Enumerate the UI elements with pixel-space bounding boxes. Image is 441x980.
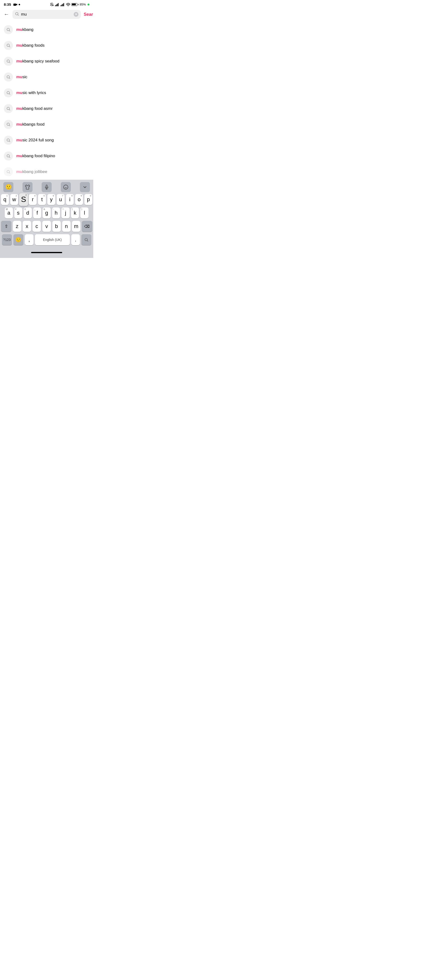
space-key[interactable]: English (UK) — [35, 234, 70, 245]
camera-icon — [13, 3, 17, 6]
key-d[interactable]: £ d — [24, 207, 32, 218]
svg-rect-0 — [13, 3, 16, 6]
key-number: 1 — [6, 194, 8, 197]
list-item[interactable]: music 2024 full song — [0, 132, 93, 148]
period-key[interactable]: . — [71, 234, 80, 245]
suggestion-text: mukbang jollibee — [16, 169, 47, 174]
key-number: 8 — [71, 194, 73, 197]
suggestion-text: music 2024 full song — [16, 138, 54, 143]
emoji-keyboard-button[interactable]: 🙂 — [3, 182, 13, 192]
key-z[interactable]: z — [13, 221, 21, 232]
back-button[interactable]: ← — [3, 10, 10, 18]
key-p[interactable]: 0 p — [84, 194, 92, 205]
list-item[interactable]: music — [0, 69, 93, 85]
suggestion-icon — [4, 167, 13, 177]
svg-marker-1 — [16, 3, 17, 5]
keyboard-keys: 1 q 2 w 3 S 4 r 5 t 6 y — [0, 194, 93, 248]
svg-line-13 — [18, 14, 18, 15]
list-item[interactable]: mukbang — [0, 22, 93, 38]
time-display: 8:35 — [4, 2, 11, 6]
list-item[interactable]: mukbang food filipino — [0, 148, 93, 164]
search-input[interactable] — [21, 12, 72, 17]
svg-line-19 — [9, 62, 10, 63]
clear-button[interactable]: ✕ — [74, 12, 78, 17]
key-number: 5 — [43, 194, 45, 197]
svg-line-15 — [9, 30, 10, 31]
key-sym: £ — [25, 208, 26, 210]
search-key[interactable] — [81, 234, 91, 245]
numbers-key[interactable]: ?123 — [2, 234, 12, 245]
key-e[interactable]: 3 S — [19, 193, 28, 206]
key-sym: _ — [34, 208, 35, 210]
home-indicator — [31, 252, 62, 253]
emoji-key[interactable]: 🙂 — [13, 234, 24, 245]
signal-icon — [55, 3, 59, 6]
key-o[interactable]: 9 o — [75, 194, 83, 205]
mute-icon — [50, 3, 54, 6]
key-h[interactable]: - h — [52, 207, 60, 218]
key-number: 4 — [34, 194, 35, 197]
svg-rect-6 — [58, 3, 59, 6]
key-u[interactable]: 7 u — [57, 194, 65, 205]
key-s[interactable]: # s — [14, 207, 22, 218]
search-icon — [15, 12, 19, 17]
smiley-button[interactable] — [61, 182, 71, 192]
keyboard-top-row: 🙂 — [0, 180, 93, 194]
key-w[interactable]: 2 w — [10, 194, 18, 205]
mic-button[interactable] — [41, 182, 52, 192]
suggestion-text: music — [16, 75, 27, 80]
svg-rect-10 — [63, 3, 64, 6]
suggestion-icon — [4, 88, 13, 97]
key-l[interactable]: ) l — [80, 207, 89, 218]
list-item[interactable]: mukbang jollibee — [0, 164, 93, 180]
backspace-key[interactable]: ⌫ — [82, 221, 92, 232]
list-item[interactable]: mukbang foods — [0, 38, 93, 53]
key-q[interactable]: 1 q — [1, 194, 9, 205]
suggestion-text: mukbang foods — [16, 43, 44, 48]
status-indicators: 85% — [50, 3, 89, 6]
svg-line-23 — [9, 94, 10, 94]
search-input-wrap[interactable]: ✕ — [13, 10, 81, 19]
svg-line-40 — [87, 240, 88, 241]
key-t[interactable]: 5 t — [38, 194, 46, 205]
key-v[interactable]: v — [42, 221, 51, 232]
suggestion-icon — [4, 41, 13, 50]
key-b[interactable]: b — [52, 221, 61, 232]
suggestion-icon — [4, 57, 13, 66]
signal2-icon — [60, 3, 65, 6]
key-number: 7 — [62, 194, 63, 197]
svg-rect-3 — [55, 5, 56, 6]
key-f[interactable]: _ f — [33, 207, 41, 218]
suggestion-text: mukbang food filipino — [16, 154, 55, 158]
suggestion-text: mukbang food asmr — [16, 106, 52, 111]
svg-line-21 — [9, 78, 10, 78]
list-item[interactable]: mukbang spicy seafood — [0, 53, 93, 69]
search-bar-row: ← ✕ Search — [0, 8, 93, 22]
svg-rect-8 — [62, 5, 62, 6]
key-r[interactable]: 4 r — [29, 194, 36, 205]
key-y[interactable]: 6 y — [48, 194, 55, 205]
shift-key[interactable]: ⇧ — [1, 221, 11, 232]
key-sym: + — [62, 208, 63, 210]
key-g[interactable]: & g — [43, 207, 51, 218]
key-i[interactable]: 8 i — [66, 194, 74, 205]
key-sym: - — [53, 208, 54, 210]
suggestion-text: mukbang — [16, 27, 33, 32]
key-a[interactable]: @ a — [5, 207, 13, 218]
key-m[interactable]: m — [72, 221, 80, 232]
comma-key[interactable]: , — [25, 234, 33, 245]
list-item[interactable]: music with lyrics — [0, 85, 93, 101]
key-x[interactable]: x — [23, 221, 31, 232]
key-number: 6 — [53, 194, 54, 197]
key-number: 2 — [16, 194, 17, 197]
key-n[interactable]: n — [62, 221, 71, 232]
key-c[interactable]: c — [33, 221, 41, 232]
svg-line-29 — [9, 141, 10, 142]
shirt-button[interactable] — [22, 182, 33, 192]
list-item[interactable]: mukbangs food — [0, 116, 93, 132]
search-button[interactable]: Search — [83, 11, 93, 18]
list-item[interactable]: mukbang food asmr — [0, 101, 93, 116]
key-k[interactable]: ( k — [71, 207, 79, 218]
collapse-keyboard-button[interactable] — [80, 182, 90, 192]
key-j[interactable]: + j — [62, 207, 70, 218]
